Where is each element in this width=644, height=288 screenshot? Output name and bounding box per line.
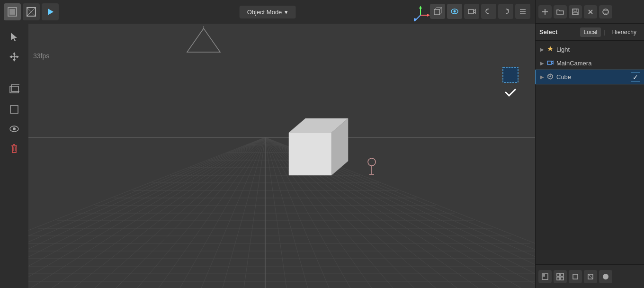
object-mode-label: Object Mode xyxy=(247,9,282,16)
svg-rect-57 xyxy=(573,12,578,14)
delete-btn[interactable] xyxy=(6,140,23,157)
rp-bottom-grid-btn[interactable] xyxy=(554,270,567,283)
blender-logo-btn[interactable] xyxy=(4,3,21,20)
svg-rect-23 xyxy=(10,106,18,113)
svg-marker-62 xyxy=(547,46,553,51)
layer-btn-2[interactable] xyxy=(6,100,23,117)
render-view-btn[interactable] xyxy=(447,4,462,19)
rp-sphere-btn[interactable] xyxy=(599,5,612,18)
rp-bottom-cube-btn[interactable] xyxy=(569,270,582,283)
svg-rect-52 xyxy=(503,67,518,82)
svg-marker-14 xyxy=(11,33,17,41)
viewport[interactable]: 33fps xyxy=(0,0,535,288)
rp-bottom-sphere2-btn[interactable] xyxy=(599,270,612,283)
svg-marker-2 xyxy=(289,133,331,175)
light-icon xyxy=(547,45,554,54)
selection-rect-icon xyxy=(502,66,535,100)
rp-delete-btn[interactable] xyxy=(584,5,597,18)
cube-icon xyxy=(547,73,554,81)
undo-btn[interactable] xyxy=(481,4,496,19)
rp-folder-btn[interactable] xyxy=(554,5,567,18)
play-btn[interactable] xyxy=(42,3,59,20)
hier-label-cube: Cube xyxy=(556,73,571,81)
svg-point-44 xyxy=(454,10,456,13)
view-controls-bar xyxy=(430,4,530,19)
redo-btn[interactable] xyxy=(498,4,513,19)
local-button[interactable]: Local xyxy=(580,27,601,37)
svg-rect-63 xyxy=(547,61,552,64)
camera-view-btn[interactable] xyxy=(464,4,479,19)
svg-rect-26 xyxy=(12,146,16,153)
svg-rect-45 xyxy=(468,9,474,14)
rp-bottom-shading-btn[interactable] xyxy=(538,270,552,283)
svg-rect-72 xyxy=(561,273,564,276)
cursor-tool-btn[interactable] xyxy=(6,28,23,45)
fps-counter: 33fps xyxy=(33,52,49,60)
hierarchy-list: ▶ Light ▶ MainCamera ▶ xyxy=(536,41,644,86)
ortho-cube-btn[interactable] xyxy=(430,4,445,19)
svg-line-39 xyxy=(439,8,442,9)
hierarchy-item-maincamera[interactable]: ▶ MainCamera xyxy=(536,56,644,70)
origin-indicator xyxy=(365,156,379,178)
hier-label-light: Light xyxy=(556,46,570,53)
camera-wireframe xyxy=(185,26,223,56)
svg-rect-9 xyxy=(9,9,15,15)
svg-marker-17 xyxy=(13,52,16,54)
svg-marker-32 xyxy=(419,6,422,9)
svg-marker-0 xyxy=(187,28,220,52)
svg-rect-75 xyxy=(573,274,578,279)
menu-btn[interactable] xyxy=(515,4,530,19)
svg-marker-13 xyxy=(48,9,54,15)
select-bar: Select Local | Hierarchy xyxy=(536,24,644,41)
svg-point-61 xyxy=(603,10,608,13)
svg-marker-18 xyxy=(13,59,16,62)
hier-arrow-camera: ▶ xyxy=(540,61,544,66)
hierarchy-button[interactable]: Hierarchy xyxy=(608,27,640,37)
svg-point-78 xyxy=(603,274,608,279)
select-label: Select xyxy=(539,28,557,36)
hierarchy-item-cube[interactable]: ▶ Cube ✓ xyxy=(536,70,644,84)
hier-label-camera: MainCamera xyxy=(556,60,591,67)
rp-save-btn[interactable] xyxy=(569,5,582,18)
svg-marker-19 xyxy=(9,55,12,58)
object-mode-button[interactable]: Object Mode ▾ xyxy=(240,6,296,18)
visibility-btn[interactable] xyxy=(6,120,23,137)
svg-point-5 xyxy=(368,158,376,166)
hierarchy-item-light[interactable]: ▶ Light xyxy=(536,43,644,56)
hier-arrow-light: ▶ xyxy=(540,47,544,52)
svg-line-77 xyxy=(588,274,593,279)
grid-canvas xyxy=(0,0,535,288)
wireframe-btn[interactable] xyxy=(23,3,40,20)
svg-marker-64 xyxy=(552,61,553,64)
left-sidebar xyxy=(0,24,28,288)
rp-top-toolbar xyxy=(536,0,644,24)
svg-rect-37 xyxy=(434,9,439,15)
rp-add-btn[interactable] xyxy=(538,5,552,18)
rp-bottom-delete2-btn[interactable] xyxy=(584,270,597,283)
svg-rect-70 xyxy=(542,274,545,277)
layer-btn-1[interactable] xyxy=(6,81,23,98)
svg-point-25 xyxy=(13,127,16,130)
move-tool-btn[interactable] xyxy=(6,48,23,65)
cube-checkbox[interactable]: ✓ xyxy=(631,72,640,82)
svg-rect-55 xyxy=(572,9,578,15)
rp-bottom-toolbar xyxy=(536,264,644,288)
gizmo[interactable] xyxy=(410,5,431,27)
cube-3d-object xyxy=(275,104,350,180)
right-panel: Select Local | Hierarchy ▶ Light ▶ xyxy=(535,0,644,288)
hier-arrow-cube: ▶ xyxy=(540,74,544,80)
svg-marker-20 xyxy=(17,55,19,58)
svg-rect-74 xyxy=(561,277,564,280)
svg-point-60 xyxy=(603,9,608,15)
camera-icon xyxy=(547,59,554,67)
dropdown-arrow: ▾ xyxy=(285,9,288,16)
svg-rect-71 xyxy=(557,273,560,276)
svg-rect-73 xyxy=(557,277,560,280)
